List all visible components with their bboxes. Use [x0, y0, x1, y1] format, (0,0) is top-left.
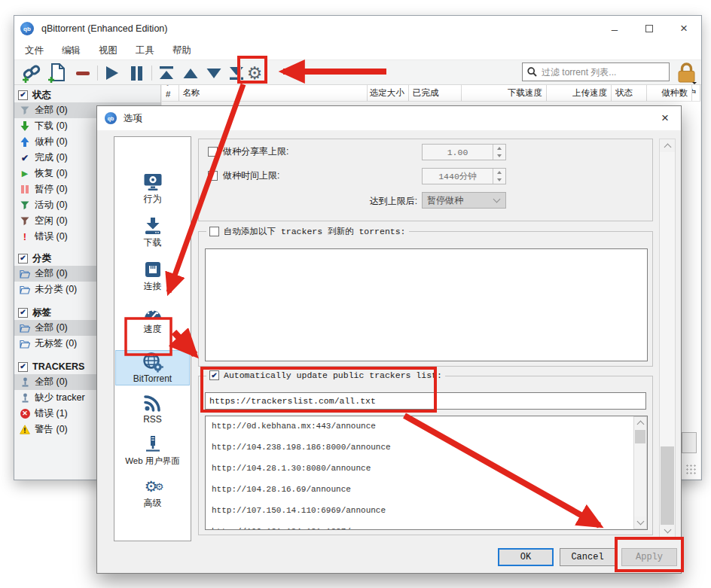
move-top-button[interactable] — [156, 63, 177, 83]
nav-advanced[interactable]: ⚙⚙ 高级 — [115, 476, 190, 508]
column-size[interactable]: 选定大小 — [368, 85, 408, 101]
trackers-checkbox[interactable]: ✔ — [18, 362, 28, 372]
scrollbar-thumb[interactable] — [661, 446, 674, 526]
torrent-filter-search[interactable] — [522, 62, 670, 81]
category-filter-title: 分类 — [32, 252, 51, 265]
tracker-list-item[interactable]: http://104.238.198.186:8000/announce — [206, 437, 647, 459]
pause-icon — [130, 66, 143, 81]
move-down-button[interactable] — [203, 63, 224, 83]
move-up-button[interactable] — [180, 63, 201, 83]
maximize-button[interactable] — [632, 16, 667, 41]
tag-checkbox[interactable]: ✔ — [18, 308, 28, 318]
delete-torrent-button[interactable] — [73, 63, 93, 83]
torrent-table-header: ˇ # 名称 选定大小 已完成 下载速度 上传速度 状态 做种数 用户 — [162, 85, 700, 102]
minimize-button[interactable]: – — [597, 16, 632, 41]
apply-button[interactable]: Apply — [621, 548, 677, 566]
scroll-down-button[interactable] — [634, 516, 646, 529]
scrollbar-end[interactable] — [682, 432, 697, 453]
scroll-up-button[interactable] — [660, 139, 675, 152]
filter-label: 全部 (0) — [35, 267, 68, 280]
lock-button[interactable] — [675, 62, 697, 84]
pause-button[interactable] — [126, 63, 147, 83]
ratio-limit-checkbox[interactable] — [208, 147, 218, 157]
play-green-icon: ▶ — [20, 169, 30, 179]
scroll-up-button[interactable] — [634, 417, 646, 429]
scroll-down-button[interactable] — [660, 525, 675, 538]
column-seeds[interactable]: 做种数 — [647, 85, 692, 101]
nav-speed[interactable]: 速度 — [115, 302, 190, 334]
auto-add-trackers-textarea[interactable] — [205, 248, 648, 361]
check-icon: ✔ — [20, 91, 26, 99]
menu-view[interactable]: 视图 — [99, 44, 117, 57]
filter-label: 下载 (0) — [35, 120, 68, 133]
auto-add-trackers-checkbox[interactable] — [209, 227, 219, 236]
options-button[interactable]: ⚙ — [243, 63, 266, 83]
filter-label: 全部 (0) — [35, 376, 68, 388]
nav-bittorrent[interactable]: BitTorrent — [115, 350, 190, 385]
time-limit-checkbox[interactable] — [208, 171, 218, 181]
category-checkbox[interactable]: ✔ — [18, 254, 28, 264]
column-status[interactable]: 状态 — [612, 85, 647, 101]
nav-behavior[interactable]: 行为 — [115, 172, 190, 204]
dialog-title: 选项 — [124, 112, 142, 125]
tracker-list-item[interactable]: http://104.28.16.69/announce — [206, 480, 647, 501]
public-trackers-group: ✔ Automatically update public trackers l… — [198, 376, 653, 535]
status-checkbox[interactable]: ✔ — [18, 90, 28, 100]
status-filter-header[interactable]: ✔ 状态 — [14, 87, 160, 102]
menu-edit[interactable]: 编辑 — [62, 44, 81, 57]
nav-downloads[interactable]: 下载 — [115, 215, 190, 248]
options-scrollbar[interactable] — [659, 139, 676, 538]
dialog-close-button[interactable]: × — [655, 109, 675, 127]
menu-file[interactable]: 文件 — [25, 44, 44, 57]
column-upspeed[interactable]: 上传速度 — [547, 85, 612, 101]
menu-tools[interactable]: 工具 — [136, 44, 154, 57]
toolbar: ⚙ — [14, 59, 701, 85]
app-logo-icon: qb — [20, 22, 34, 35]
ok-button[interactable]: OK — [498, 548, 554, 566]
connection-icon — [115, 259, 190, 280]
tracker-list-item[interactable]: http://104.28.1.30:8080/announce — [206, 459, 647, 480]
search-icon — [527, 67, 537, 77]
downloads-icon — [115, 215, 190, 236]
add-torrent-link-button[interactable] — [20, 63, 43, 83]
nav-rss[interactable]: RSS — [115, 392, 190, 425]
scrollbar-thumb[interactable] — [635, 430, 645, 443]
spin-buttons[interactable] — [493, 145, 505, 160]
speed-icon — [115, 302, 190, 323]
menu-help[interactable]: 帮助 — [172, 44, 191, 57]
close-button[interactable]: × — [667, 16, 701, 41]
tracker-list-item[interactable]: http://0d.kebhana.mx:443/announce — [206, 416, 647, 437]
ratio-limit-spinbox[interactable]: 1.00 — [422, 144, 506, 160]
nav-webui[interactable]: Web 用户界面 — [115, 434, 190, 466]
exclaim-icon: ! — [20, 232, 30, 242]
search-input[interactable] — [542, 67, 664, 78]
spin-buttons[interactable] — [493, 169, 505, 184]
column-user[interactable]: 用户 — [692, 85, 700, 101]
public-trackers-url-field[interactable] — [205, 392, 646, 410]
tracker-icon — [20, 377, 30, 388]
add-torrent-file-button[interactable] — [46, 63, 67, 83]
nav-connection[interactable]: 连接 — [115, 259, 190, 291]
time-limit-spinbox[interactable]: 1440分钟 — [422, 168, 506, 184]
tracker-list-item[interactable]: http://107.150.14.110:6969/announce — [206, 501, 647, 522]
column-dlspeed[interactable]: 下载速度 — [462, 85, 547, 101]
filter-label: 做种 (0) — [35, 136, 68, 148]
arrow-down-icon — [20, 121, 30, 132]
ratio-limit-row: 做种分享率上限: — [208, 145, 288, 158]
tracker-list-item[interactable]: http://109.121.134.121:1337/announce — [206, 522, 647, 530]
public-trackers-checkbox[interactable]: ✔ — [209, 370, 219, 380]
tracker-list-box[interactable]: http://0d.kebhana.mx:443/announce http:/… — [205, 416, 648, 530]
column-number[interactable]: ˇ # — [162, 85, 179, 101]
app-logo-icon: qb — [105, 112, 117, 124]
resume-button[interactable] — [102, 63, 123, 83]
column-name[interactable]: 名称 — [179, 85, 368, 101]
check-icon: ✔ — [20, 363, 26, 370]
seeding-limits-group: 做种分享率上限: 1.00 做种时间上限: 1440分钟 达到上限后: 暂停做种 — [198, 139, 653, 221]
resize-grip[interactable] — [685, 464, 697, 476]
column-done[interactable]: 已完成 — [409, 85, 462, 101]
tracker-list-scrollbar[interactable] — [633, 416, 647, 529]
chevron-down-icon — [636, 518, 644, 526]
reach-limit-dropdown[interactable]: 暂停做种 — [422, 192, 506, 209]
public-trackers-url-input[interactable] — [209, 396, 645, 406]
cancel-button[interactable]: Cancel — [560, 548, 615, 566]
